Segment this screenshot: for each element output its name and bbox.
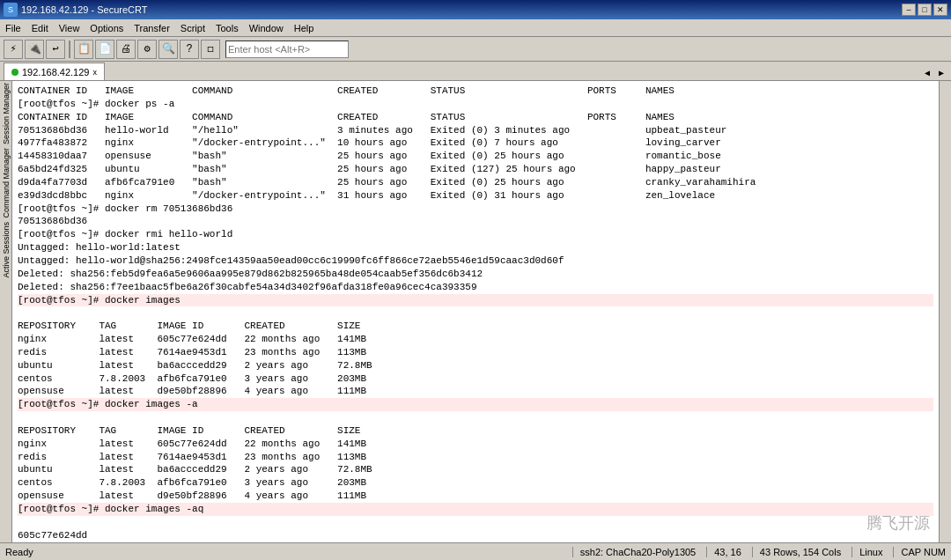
connection-status-dot <box>11 69 18 76</box>
status-bar: Ready ssh2: ChaCha20-Poly1305 43, 16 43 … <box>0 542 951 560</box>
title-bar: S 192.168.42.129 - SecureCRT – □ ✕ <box>0 0 951 19</box>
session-tab[interactable]: 192.168.42.129 x <box>4 63 105 80</box>
menu-bar: File Edit View Options Transfer Script T… <box>0 19 951 37</box>
address-input[interactable] <box>225 41 349 58</box>
status-os: Linux <box>851 547 882 557</box>
terminal-line-7: d9da4fa7703d afb6fca791e0 "bash" 25 hour… <box>18 177 756 188</box>
menu-tools[interactable]: Tools <box>210 21 244 35</box>
sidebar-label-active[interactable]: Active Sessions <box>2 222 11 278</box>
copy-btn[interactable]: 📋 <box>74 40 93 59</box>
help-btn[interactable]: ? <box>180 40 199 59</box>
tab-next-btn[interactable]: ▶ <box>935 68 947 78</box>
tab-prev-btn[interactable]: ◀ <box>921 68 933 78</box>
status-caps: CAP NUM <box>893 547 946 557</box>
terminal-line-2: CONTAINER ID IMAGE COMMAND CREATED STATU… <box>18 112 675 122</box>
title-bar-controls[interactable]: – □ ✕ <box>902 4 947 16</box>
menu-transfer[interactable]: Transfer <box>129 21 175 35</box>
terminal-line-6: 6a5bd24fd325 ubuntu "bash" 25 hours ago … <box>18 164 721 174</box>
terminal-line-header1: CONTAINER ID IMAGE COMMAND CREATED STATU… <box>18 85 675 96</box>
terminal-line-26: redis latest 7614ae9453d1 23 months ago … <box>18 452 366 462</box>
menu-window[interactable]: Window <box>244 21 289 35</box>
terminal-line-28: centos 7.8.2003 afb6fca791e0 3 years ago… <box>18 477 366 488</box>
address-bar <box>225 41 349 58</box>
app-icon: S <box>4 3 18 17</box>
terminal-line-18: nginx latest 605c77e624dd 22 months ago … <box>18 334 366 344</box>
terminal-line-8: e39d3dcd8bbc nginx "/docker-entrypoint..… <box>18 190 715 201</box>
sidebar-label-session[interactable]: Session Manager <box>2 83 11 144</box>
reconnect-btn[interactable]: ↩ <box>46 40 65 59</box>
terminal-cmd-docker-images: [root@tfos ~]# docker images <box>18 294 933 307</box>
status-right: ssh2: ChaCha20-Poly1305 43, 16 43 Rows, … <box>572 547 946 557</box>
minimize-button[interactable]: – <box>902 4 916 16</box>
terminal-line-11: [root@tfos ~]# docker rmi hello-world <box>18 229 232 239</box>
watermark: 腾飞开源 <box>866 512 930 534</box>
terminal-cmd-docker-images-aq: [root@tfos ~]# docker images -aq <box>18 503 933 516</box>
terminal-line-9: [root@tfos ~]# docker rm 70513686bd36 <box>18 203 232 214</box>
terminal-line-19: redis latest 7614ae9453d1 23 months ago … <box>18 347 366 357</box>
terminal-line-24: REPOSITORY TAG IMAGE ID CREATED SIZE <box>18 425 360 436</box>
terminal-line-15: Deleted: sha256:f7ee1baac5fbe6a26f30cabf… <box>18 282 477 292</box>
maximize-button[interactable]: □ <box>918 4 932 16</box>
tab-bar: 192.168.42.129 x ◀ ▶ <box>0 62 951 81</box>
tab-label: 192.168.42.129 <box>22 67 89 77</box>
terminal-content: CONTAINER ID IMAGE COMMAND CREATED STATU… <box>12 81 939 542</box>
sidebar-label-command[interactable]: Command Manager <box>2 148 11 218</box>
status-ssh: ssh2: ChaCha20-Poly1305 <box>572 547 696 557</box>
terminal-cmd-docker-images-a: [root@tfos ~]# docker images -a <box>18 398 933 411</box>
right-panel <box>939 81 951 542</box>
status-ready: Ready <box>5 547 33 557</box>
terminal-line-21: centos 7.8.2003 afb6fca791e0 3 years ago… <box>18 373 366 384</box>
title-bar-left: S 192.168.42.129 - SecureCRT <box>4 3 148 17</box>
menu-options[interactable]: Options <box>85 21 129 35</box>
terminal-line-12: Untagged: hello-world:latest <box>18 242 181 253</box>
main-layout: Session Manager Command Manager Active S… <box>0 81 951 542</box>
tab-close-btn[interactable]: x <box>92 68 97 77</box>
connect-btn[interactable]: 🔌 <box>25 40 44 59</box>
toolbar: ⚡ 🔌 ↩ 📋 📄 🖨 ⚙ 🔍 ? ◻ <box>0 37 951 62</box>
menu-help[interactable]: Help <box>289 21 320 35</box>
terminal-line-31: 605c77e624dd <box>18 530 87 541</box>
terminal-line-22: opensuse latest d9e50bf28896 4 years ago… <box>18 386 366 396</box>
terminal-line-4: 4977fa483872 nginx "/docker-entrypoint..… <box>18 137 721 148</box>
terminal-window[interactable]: CONTAINER ID IMAGE COMMAND CREATED STATU… <box>12 81 939 542</box>
terminal-line-14: Deleted: sha256:feb5d9fea6a5e9606aa995e8… <box>18 269 483 279</box>
terminal-line-5: 14458310daa7 opensuse "bash" 25 hours ag… <box>18 151 721 161</box>
settings-btn[interactable]: ⚙ <box>137 40 157 59</box>
menu-view[interactable]: View <box>54 21 85 35</box>
paste-btn[interactable]: 📄 <box>95 40 114 59</box>
terminal-line-29: opensuse latest d9e50bf28896 4 years ago… <box>18 490 366 501</box>
menu-file[interactable]: File <box>0 21 26 35</box>
extra-btn[interactable]: ◻ <box>201 40 220 59</box>
terminal-line-13: Untagged: hello-world@sha256:2498fce1435… <box>18 255 564 266</box>
toolbar-sep-1 <box>69 41 70 58</box>
status-position: 43, 16 <box>706 547 741 557</box>
sidebar: Session Manager Command Manager Active S… <box>0 81 12 542</box>
terminal-line-1: [root@tfos ~]# docker ps -a <box>18 99 174 109</box>
terminal-line-17: REPOSITORY TAG IMAGE ID CREATED SIZE <box>18 321 360 331</box>
terminal-line-20: ubuntu latest ba6acccedd29 2 years ago 7… <box>18 360 372 371</box>
new-session-btn[interactable]: ⚡ <box>4 40 23 59</box>
print-btn[interactable]: 🖨 <box>116 40 136 59</box>
terminal-line-10: 70513686bd36 <box>18 216 87 226</box>
close-button[interactable]: ✕ <box>933 4 947 16</box>
menu-script[interactable]: Script <box>175 21 210 35</box>
status-dimensions: 43 Rows, 154 Cols <box>752 547 841 557</box>
terminal-line-27: ubuntu latest ba6acccedd29 2 years ago 7… <box>18 464 372 475</box>
terminal-line-25: nginx latest 605c77e624dd 22 months ago … <box>18 438 366 449</box>
find-btn[interactable]: 🔍 <box>158 40 178 59</box>
menu-edit[interactable]: Edit <box>26 21 54 35</box>
tab-nav: ◀ ▶ <box>921 68 951 80</box>
window-title: 192.168.42.129 - SecureCRT <box>21 4 148 15</box>
terminal-line-3: 70513686bd36 hello-world "/hello" 3 minu… <box>18 125 726 136</box>
